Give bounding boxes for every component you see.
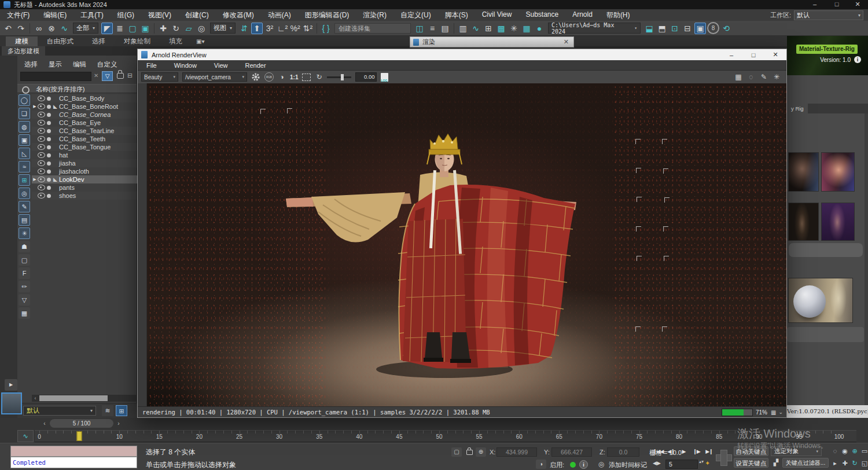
render-dot-icon[interactable] bbox=[47, 178, 51, 182]
menu-编辑(E)[interactable]: 编辑(E) bbox=[36, 10, 73, 20]
explorer-item-CC_Base_Teeth[interactable]: CC_Base_Teeth bbox=[32, 135, 137, 143]
select-and-link-icon[interactable]: ∞ bbox=[33, 23, 45, 34]
select-and-place-icon[interactable]: ◎ bbox=[196, 23, 207, 34]
spinner-snap-icon[interactable]: ⇅² bbox=[302, 23, 314, 34]
render-dot-icon[interactable] bbox=[47, 105, 51, 109]
body-preview-lit-thumbnail[interactable] bbox=[821, 203, 855, 241]
rendered-frame-window-icon[interactable]: ▦ bbox=[521, 23, 532, 34]
ribbon-config-icon[interactable]: ▣▾ bbox=[192, 38, 209, 45]
pan-hand-icon[interactable]: ✚ bbox=[841, 459, 849, 468]
render-frame-icon[interactable]: ⊟ bbox=[682, 23, 693, 34]
explorer-menu-编辑[interactable]: 编辑 bbox=[73, 60, 97, 69]
selection-lock-icon[interactable] bbox=[466, 450, 473, 455]
maxscript-mini-listener[interactable]: Completed bbox=[10, 457, 137, 468]
render-dot-icon[interactable] bbox=[47, 194, 51, 198]
render-setup-window-titlebar[interactable]: 渲染 ✕ bbox=[410, 36, 574, 47]
absolute-mode-icon[interactable]: ⊕ bbox=[476, 447, 486, 457]
menu-帮助(H)[interactable]: 帮助(H) bbox=[599, 10, 637, 20]
visibility-eye-icon[interactable] bbox=[38, 177, 45, 182]
close-icon[interactable]: ✕ bbox=[559, 38, 573, 46]
arnold-menu-Window[interactable]: Window bbox=[165, 62, 205, 69]
menu-动画(A)[interactable]: 动画(A) bbox=[261, 10, 298, 20]
visibility-eye-icon[interactable] bbox=[38, 128, 45, 134]
panel-scrollbar[interactable] bbox=[865, 113, 868, 405]
camera-dropdown[interactable]: /viewport_camera ▾ bbox=[182, 72, 247, 82]
render-dot-icon[interactable] bbox=[47, 97, 51, 101]
arnold-menu-View[interactable]: View bbox=[205, 62, 237, 69]
visibility-eye-icon[interactable] bbox=[38, 168, 45, 174]
render-dot-icon[interactable] bbox=[47, 153, 51, 157]
zoom-all-icon[interactable]: ◉ bbox=[841, 447, 849, 456]
exposure-value-field[interactable]: 0.00 bbox=[355, 72, 377, 82]
current-frame-field[interactable]: 5 bbox=[665, 460, 698, 469]
redo-icon[interactable]: ↷ bbox=[15, 23, 27, 34]
explorer-item-LookDev[interactable]: ▶◣LookDev bbox=[32, 175, 137, 183]
zoom-extents-icon[interactable]: ⊕ bbox=[851, 447, 859, 456]
go-to-end-button[interactable]: ▶❙ bbox=[704, 447, 714, 457]
strip-shapes-icon[interactable]: ❏ bbox=[19, 108, 30, 119]
refresh-render-icon[interactable]: ↻ bbox=[315, 73, 323, 81]
undo-view-icon[interactable]: ⟲ bbox=[720, 23, 732, 34]
close-button[interactable]: ✕ bbox=[847, 0, 868, 9]
add-time-tag-label[interactable]: 添加时间标记 bbox=[609, 461, 647, 469]
menu-创建(C)[interactable]: 创建(C) bbox=[178, 10, 216, 20]
render-gear-icon[interactable] bbox=[251, 72, 260, 82]
minimize-button[interactable]: – bbox=[804, 0, 825, 9]
timeline-playhead[interactable] bbox=[77, 431, 82, 441]
render-dot-icon[interactable] bbox=[47, 113, 51, 117]
isolate-selection-icon[interactable]: ▢ bbox=[451, 447, 462, 457]
previous-frame-arrow[interactable]: ‹ bbox=[41, 419, 49, 428]
render-dot-icon[interactable] bbox=[47, 129, 51, 133]
use-pivot-center-icon[interactable]: ⇵ bbox=[238, 23, 250, 34]
explorer-item-CC_Base_Tongue[interactable]: CC_Base_Tongue bbox=[32, 143, 137, 151]
explorer-menu-选择[interactable]: 选择 bbox=[24, 60, 49, 69]
render-preview-icon[interactable]: ⬒ bbox=[656, 23, 668, 34]
strip-systems-icon[interactable]: ⊞ bbox=[19, 174, 30, 186]
visibility-eye-icon[interactable] bbox=[38, 152, 45, 158]
menu-自定义(U)[interactable]: 自定义(U) bbox=[393, 10, 438, 20]
strip-annotate-icon[interactable]: ✏ bbox=[19, 281, 30, 292]
rig-tab[interactable]: y Rig bbox=[787, 104, 808, 113]
selection-filter-dropdown[interactable]: 全部▾ bbox=[73, 23, 98, 34]
menu-Arnold[interactable]: Arnold bbox=[565, 10, 599, 20]
explorer-item-hat[interactable]: hat bbox=[32, 151, 137, 159]
steering-wheel-icon[interactable]: ◎ bbox=[596, 460, 606, 469]
maximize-button[interactable]: □ bbox=[742, 52, 764, 58]
explorer-preset-dropdown[interactable]: 默认 ▾ bbox=[23, 406, 96, 416]
arnold-titlebar[interactable]: Arnold RenderView – □ ✕ bbox=[138, 49, 786, 60]
auto-key-button[interactable]: 自动关键点 bbox=[734, 446, 768, 456]
ribbon-tab-selection[interactable]: 选择 bbox=[83, 36, 115, 46]
select-by-name-icon[interactable]: ≣ bbox=[114, 23, 126, 34]
orbit-icon[interactable]: ↻ bbox=[851, 459, 859, 468]
workspace-dropdown[interactable]: 默认 ▾ bbox=[794, 10, 863, 20]
x-coordinate-field[interactable]: 434.999 bbox=[496, 447, 537, 457]
curve-editor-icon[interactable]: ∿ bbox=[470, 23, 481, 34]
snap-3d-icon[interactable]: 3² bbox=[264, 23, 275, 34]
angle-snap-icon[interactable]: ∟² bbox=[277, 23, 288, 34]
log-window-icon[interactable]: LOG bbox=[381, 73, 388, 82]
menu-Civil View[interactable]: Civil View bbox=[475, 10, 519, 20]
select-object-icon[interactable]: ◤ bbox=[101, 23, 113, 34]
visibility-eye-icon[interactable] bbox=[38, 104, 45, 109]
snapshot-icon[interactable]: ▦ bbox=[734, 73, 742, 81]
rgb-channel-icon[interactable]: RGB bbox=[264, 72, 274, 82]
render-dot-icon[interactable] bbox=[47, 121, 51, 125]
visibility-eye-icon[interactable] bbox=[38, 160, 45, 166]
render-iterative-icon[interactable]: ⬓ bbox=[643, 23, 655, 34]
explorer-search-input[interactable] bbox=[20, 72, 91, 81]
expand-panel-button[interactable]: ▶ bbox=[5, 379, 17, 391]
lock-icon[interactable] bbox=[117, 73, 124, 79]
frame-spinner[interactable]: ▴▾ bbox=[699, 460, 704, 464]
render-setup-icon[interactable]: ✳ bbox=[508, 23, 520, 34]
muscle-icon[interactable]: ◑ bbox=[536, 460, 546, 469]
undo-icon[interactable]: ↶ bbox=[2, 23, 14, 34]
frame-counter-display[interactable]: 5 / 100 bbox=[50, 419, 113, 428]
zoom-region-icon[interactable]: ▭ bbox=[860, 447, 868, 456]
timeline-ruler[interactable]: 0510152025303540455055606570758085909510… bbox=[35, 430, 856, 442]
aov-dropdown[interactable]: Beauty ▾ bbox=[141, 72, 178, 82]
panel-button[interactable] bbox=[787, 327, 864, 342]
arnold-menu-File[interactable]: File bbox=[138, 62, 165, 69]
strip-box-icon[interactable]: ▢ bbox=[19, 254, 30, 266]
body-preview-dark-thumbnail[interactable] bbox=[788, 203, 819, 241]
schematic-view-icon[interactable]: ⊞ bbox=[483, 23, 494, 34]
